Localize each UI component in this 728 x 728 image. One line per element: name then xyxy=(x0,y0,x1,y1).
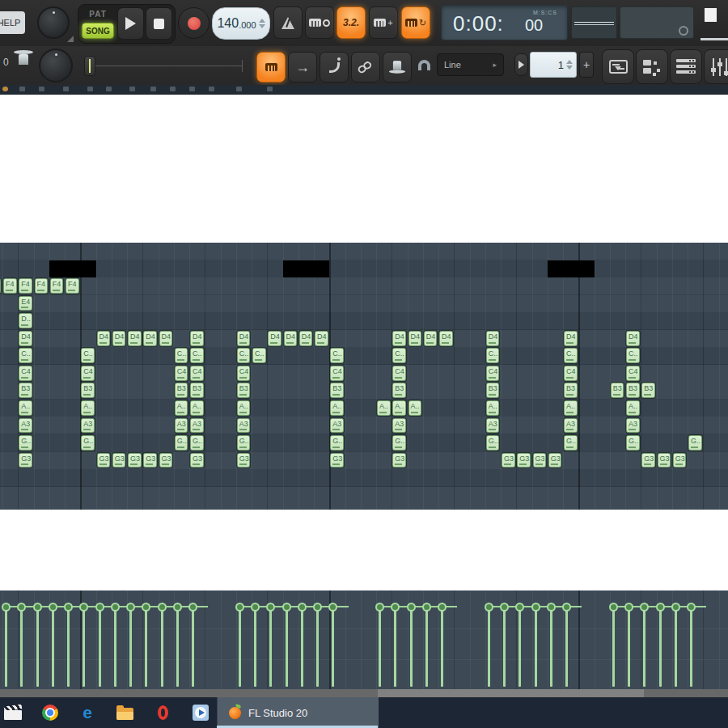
note-block[interactable]: C.. xyxy=(486,348,500,363)
note-block[interactable]: C.. xyxy=(190,348,204,363)
velocity-stem[interactable] xyxy=(518,607,521,687)
note-block[interactable]: D4 xyxy=(315,331,328,346)
velocity-stem[interactable] xyxy=(67,607,70,687)
pattern-spinner[interactable] xyxy=(566,60,573,70)
blend-notes-button[interactable]: + xyxy=(369,6,398,39)
velocity-stem[interactable] xyxy=(301,607,303,687)
scrollbar-thumb[interactable] xyxy=(378,689,644,697)
taskbar-item-media[interactable] xyxy=(191,703,210,722)
velocity-stem[interactable] xyxy=(410,607,413,687)
note-block[interactable]: B3 xyxy=(564,383,578,398)
note-block[interactable]: A.. xyxy=(486,400,500,416)
velocity-handle[interactable] xyxy=(485,603,493,612)
note-block[interactable]: G3 xyxy=(502,453,515,468)
note-block[interactable]: C.. xyxy=(175,348,188,363)
note-block[interactable]: D4 xyxy=(19,331,32,346)
taskbar-active-fl-studio[interactable]: FL Studio 20 xyxy=(217,697,379,728)
velocity-stem[interactable] xyxy=(129,607,132,687)
muted-note-block[interactable] xyxy=(314,260,329,278)
velocity-stem[interactable] xyxy=(565,607,568,687)
note-block[interactable]: F4 xyxy=(66,278,79,294)
note-block[interactable]: G.. xyxy=(330,435,344,451)
velocity-lane[interactable] xyxy=(0,590,728,689)
pat-mode-button[interactable]: PAT xyxy=(83,10,112,19)
note-block[interactable]: A.. xyxy=(175,400,188,416)
note-block[interactable]: B3 xyxy=(486,383,500,398)
note-block[interactable]: D4 xyxy=(408,331,422,346)
note-block[interactable]: E4 xyxy=(19,296,32,311)
note-block[interactable]: B3 xyxy=(175,383,188,398)
note-block[interactable]: A3 xyxy=(564,418,578,434)
velocity-stem[interactable] xyxy=(161,607,163,687)
velocity-stem[interactable] xyxy=(643,607,645,687)
note-block[interactable]: G.. xyxy=(81,435,95,451)
note-block[interactable]: C.. xyxy=(81,348,95,363)
effects-button[interactable] xyxy=(383,52,412,83)
note-block[interactable]: G3 xyxy=(190,453,204,468)
note-block[interactable]: A3 xyxy=(392,418,406,434)
note-block[interactable]: G.. xyxy=(392,435,406,451)
velocity-handle[interactable] xyxy=(298,603,307,612)
note-block[interactable]: A.. xyxy=(330,400,344,416)
piano-roll-window-button[interactable] xyxy=(636,49,668,84)
note-block[interactable]: C.. xyxy=(330,348,344,363)
pattern-play-button[interactable] xyxy=(514,53,528,76)
note-block[interactable]: D4 xyxy=(128,331,142,346)
note-block[interactable]: D4 xyxy=(190,331,204,346)
velocity-handle[interactable] xyxy=(656,603,665,612)
velocity-handle[interactable] xyxy=(126,603,135,612)
note-block[interactable]: A.. xyxy=(564,400,578,416)
note-block[interactable]: A3 xyxy=(237,418,251,434)
horizontal-scrollbar[interactable] xyxy=(0,689,728,697)
velocity-handle[interactable] xyxy=(438,603,447,612)
playlist-window-button[interactable] xyxy=(602,49,634,84)
note-block[interactable]: D4 xyxy=(392,331,406,346)
note-block[interactable]: C.. xyxy=(392,348,406,363)
channel-rack-window-button[interactable] xyxy=(670,49,702,84)
song-mode-button[interactable]: SONG xyxy=(82,23,114,39)
stop-button[interactable] xyxy=(146,7,172,40)
note-block[interactable]: D4 xyxy=(268,331,281,346)
note-block[interactable]: B3 xyxy=(330,383,344,398)
velocity-handle[interactable] xyxy=(251,603,260,612)
velocity-stem[interactable] xyxy=(36,607,39,687)
note-block[interactable]: A.. xyxy=(237,400,251,416)
velocity-handle[interactable] xyxy=(95,603,104,612)
channel-knob[interactable] xyxy=(39,49,73,83)
note-block[interactable]: D4 xyxy=(143,331,157,346)
muted-note-block[interactable] xyxy=(49,260,65,278)
note-block[interactable]: G3 xyxy=(330,453,344,468)
note-block[interactable]: G3 xyxy=(641,453,655,468)
velocity-stem[interactable] xyxy=(550,607,552,687)
note-block[interactable]: B3 xyxy=(626,383,640,398)
velocity-handle[interactable] xyxy=(547,603,556,612)
note-block[interactable]: D4 xyxy=(112,331,126,346)
note-block[interactable]: D4 xyxy=(299,331,313,346)
metronome-button[interactable] xyxy=(273,6,303,39)
note-block[interactable]: D4 xyxy=(97,331,111,346)
play-button[interactable] xyxy=(117,7,144,40)
snap-magnet-icon[interactable] xyxy=(418,60,430,70)
note-block[interactable]: A.. xyxy=(408,400,422,416)
note-block[interactable]: A.. xyxy=(377,400,391,416)
note-block[interactable]: B3 xyxy=(237,383,251,398)
note-block[interactable]: A.. xyxy=(81,400,95,416)
velocity-stem[interactable] xyxy=(659,607,662,687)
menu-help[interactable]: HELP xyxy=(0,11,25,34)
note-block[interactable]: D4 xyxy=(424,331,438,346)
note-block[interactable]: C.. xyxy=(19,348,32,363)
velocity-stem[interactable] xyxy=(286,607,288,687)
note-block[interactable]: G3 xyxy=(673,453,687,468)
pan-slider-handle[interactable] xyxy=(84,56,95,76)
velocity-handle[interactable] xyxy=(266,603,275,612)
note-block[interactable]: B3 xyxy=(81,383,95,398)
note-block[interactable]: G.. xyxy=(175,435,188,451)
note-block[interactable]: B3 xyxy=(641,383,655,398)
note-block[interactable]: G3 xyxy=(19,453,32,468)
pan-slider-track[interactable] xyxy=(84,66,243,66)
velocity-stem[interactable] xyxy=(99,607,101,687)
note-block[interactable]: D4 xyxy=(237,331,251,346)
velocity-handle[interactable] xyxy=(313,603,322,612)
velocity-stem[interactable] xyxy=(535,607,537,687)
muted-note-block[interactable] xyxy=(548,260,563,278)
